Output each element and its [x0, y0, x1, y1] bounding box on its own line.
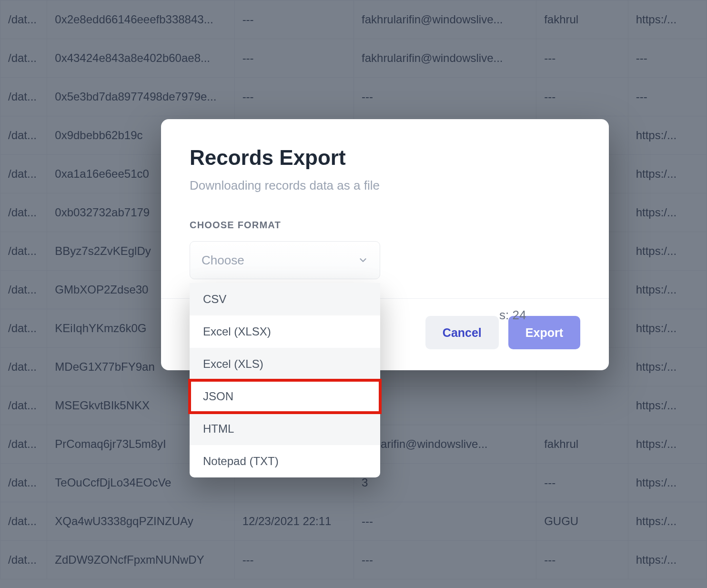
format-dropdown: CSV Excel (XLSX) Excel (XLS) JSON HTML N… [190, 283, 380, 477]
format-option-xlsx[interactable]: Excel (XLSX) [190, 315, 380, 348]
columns-count-fragment: s: 24 [499, 308, 526, 323]
format-option-json[interactable]: JSON [190, 380, 380, 413]
format-select[interactable]: Choose [190, 241, 380, 279]
format-option-label: Excel (XLSX) [203, 325, 271, 338]
format-option-label: JSON [203, 390, 233, 403]
format-option-html[interactable]: HTML [190, 413, 380, 445]
modal-title: Records Export [190, 146, 580, 170]
records-export-modal: Records Export Downloading records data … [161, 119, 609, 370]
chevron-down-icon [358, 255, 368, 265]
format-option-txt[interactable]: Notepad (TXT) [190, 445, 380, 477]
format-option-csv[interactable]: CSV [190, 283, 380, 315]
format-select-placeholder: Choose [202, 253, 244, 268]
format-option-label: CSV [203, 293, 226, 306]
format-option-xls[interactable]: Excel (XLS) [190, 348, 380, 380]
format-section-label: CHOOSE FORMAT [190, 220, 580, 231]
cancel-button[interactable]: Cancel [425, 316, 499, 349]
format-option-label: HTML [203, 422, 234, 436]
format-option-label: Excel (XLS) [203, 357, 263, 371]
format-option-label: Notepad (TXT) [203, 455, 279, 468]
modal-subtitle: Downloading records data as a file [190, 178, 580, 193]
